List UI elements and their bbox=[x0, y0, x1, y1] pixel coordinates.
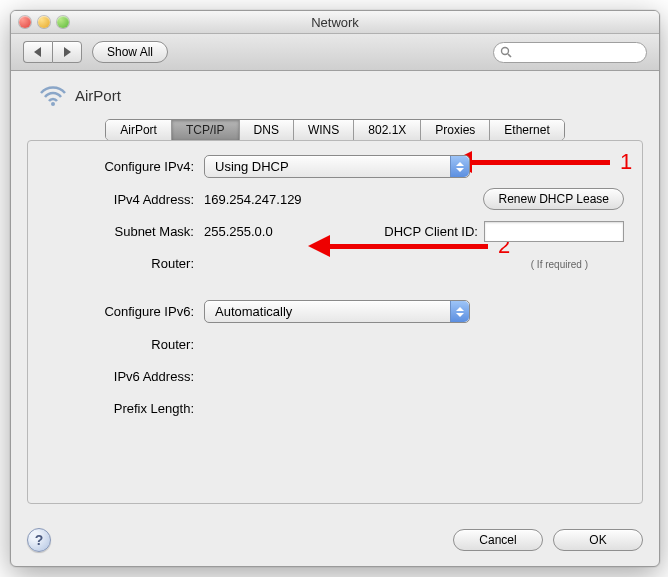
chevron-updown-icon bbox=[450, 301, 469, 322]
nav-segment bbox=[23, 41, 82, 63]
router6-label: Router: bbox=[46, 337, 204, 352]
subnet-mask-value: 255.255.0.0 bbox=[204, 224, 273, 239]
renew-dhcp-lease-button[interactable]: Renew DHCP Lease bbox=[483, 188, 624, 210]
subnet-mask-label: Subnet Mask: bbox=[46, 224, 204, 239]
network-prefs-window: Network Show All bbox=[10, 10, 660, 567]
svg-marker-1 bbox=[64, 47, 71, 57]
pane-header: AirPort bbox=[27, 81, 643, 115]
router-label: Router: bbox=[46, 256, 204, 271]
ok-button[interactable]: OK bbox=[553, 529, 643, 551]
airport-icon bbox=[39, 85, 65, 105]
footer: ? Cancel OK bbox=[11, 518, 659, 566]
search-field[interactable] bbox=[493, 42, 647, 63]
forward-button[interactable] bbox=[52, 41, 82, 63]
dhcp-client-id-label: DHCP Client ID: bbox=[384, 224, 478, 239]
tab-wins[interactable]: WINS bbox=[294, 120, 354, 140]
configure-ipv4-label: Configure IPv4: bbox=[46, 159, 204, 174]
svg-marker-0 bbox=[34, 47, 41, 57]
configure-ipv6-value: Automatically bbox=[215, 304, 292, 319]
tab-8021x[interactable]: 802.1X bbox=[354, 120, 421, 140]
tab-tcpip[interactable]: TCP/IP bbox=[172, 120, 240, 140]
minimize-icon[interactable] bbox=[38, 16, 50, 28]
dhcp-client-id-input[interactable] bbox=[484, 221, 624, 242]
svg-point-4 bbox=[51, 102, 55, 106]
show-all-button[interactable]: Show All bbox=[92, 41, 168, 63]
svg-line-3 bbox=[508, 54, 511, 57]
configure-ipv4-select[interactable]: Using DHCP bbox=[204, 155, 470, 178]
ipv6-address-label: IPv6 Address: bbox=[46, 369, 204, 384]
content-area: AirPort AirPort TCP/IP DNS WINS 802.1X P… bbox=[11, 71, 659, 518]
window-title: Network bbox=[11, 15, 659, 30]
tab-dns[interactable]: DNS bbox=[240, 120, 294, 140]
ipv4-address-value: 169.254.247.129 bbox=[204, 192, 302, 207]
configure-ipv6-select[interactable]: Automatically bbox=[204, 300, 470, 323]
traffic-lights bbox=[11, 16, 69, 28]
tab-proxies[interactable]: Proxies bbox=[421, 120, 490, 140]
tab-ethernet[interactable]: Ethernet bbox=[490, 120, 563, 140]
search-input[interactable] bbox=[516, 44, 640, 60]
titlebar: Network bbox=[11, 11, 659, 34]
if-required-note: ( If required ) bbox=[531, 259, 588, 270]
tab-airport[interactable]: AirPort bbox=[106, 120, 172, 140]
zoom-icon[interactable] bbox=[57, 16, 69, 28]
prefix-length-label: Prefix Length: bbox=[46, 401, 204, 416]
cancel-button[interactable]: Cancel bbox=[453, 529, 543, 551]
toolbar: Show All bbox=[11, 34, 659, 71]
search-icon bbox=[500, 46, 512, 58]
pane-title: AirPort bbox=[75, 87, 121, 104]
ipv4-address-label: IPv4 Address: bbox=[46, 192, 204, 207]
svg-point-2 bbox=[502, 48, 509, 55]
help-button[interactable]: ? bbox=[27, 528, 51, 552]
close-icon[interactable] bbox=[19, 16, 31, 28]
configure-ipv4-value: Using DHCP bbox=[215, 159, 289, 174]
back-button[interactable] bbox=[23, 41, 52, 63]
configure-ipv6-label: Configure IPv6: bbox=[46, 304, 204, 319]
tcpip-panel: 1 2 Configure IPv4: Using DHCP IPv4 Addr… bbox=[27, 140, 643, 504]
tabs: AirPort TCP/IP DNS WINS 802.1X Proxies E… bbox=[105, 119, 564, 141]
chevron-updown-icon bbox=[450, 156, 469, 177]
